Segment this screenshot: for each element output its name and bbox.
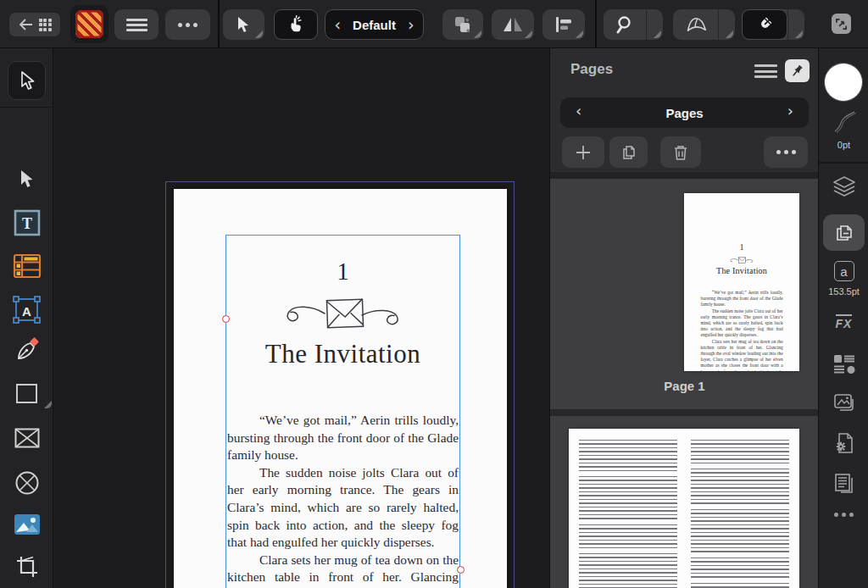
touch-finger-icon xyxy=(287,15,305,34)
add-page-button[interactable] xyxy=(562,136,604,168)
stroke-style-button[interactable] xyxy=(819,109,868,135)
table-icon xyxy=(13,253,42,279)
stock-studio-button[interactable] xyxy=(819,392,868,414)
ellipse-picture-frame-tool[interactable] xyxy=(0,470,53,496)
move-tool[interactable] xyxy=(0,169,53,189)
pen-tool[interactable] xyxy=(0,336,53,363)
layers-icon xyxy=(832,175,857,199)
fullscreen-toggle-button[interactable] xyxy=(832,14,851,34)
document-canvas[interactable]: 1 The Invitation “We’ve got mail,” Aerin… xyxy=(53,48,549,588)
paragraph: Clara sets her mug of tea down on the ki… xyxy=(227,552,459,588)
tools-toolbar: T A xyxy=(0,48,53,588)
spread-thumbnail[interactable] xyxy=(569,429,799,588)
panel-menu-button[interactable] xyxy=(754,64,777,78)
panel-chevron-right-icon[interactable]: › xyxy=(787,103,793,119)
greek-text-column xyxy=(691,440,789,588)
align-button[interactable] xyxy=(542,9,585,40)
envelope-ornament-icon xyxy=(255,295,431,334)
pin-panel-button[interactable] xyxy=(785,59,810,82)
affinity-logo-button[interactable] xyxy=(70,5,108,43)
panel-chevron-left-icon[interactable]: ‹ xyxy=(576,103,581,119)
resource-manager-studio-button[interactable] xyxy=(819,431,868,455)
effects-studio-button[interactable]: FX xyxy=(819,314,868,330)
hamburger-icon xyxy=(126,19,147,31)
ellipsis-icon xyxy=(834,513,854,517)
thumb-body-text: “We’ve got mail,” Aerin trills loudly, b… xyxy=(701,290,783,371)
flip-horizontal-icon xyxy=(502,15,524,34)
stroke-width-label: 0pt xyxy=(819,140,868,150)
character-size-label: 153.5pt xyxy=(819,286,868,297)
magnifier-icon xyxy=(615,14,636,35)
paragraph: “We’ve got mail,” Aerin trills loudly, b… xyxy=(227,412,459,464)
view-split-segment[interactable] xyxy=(718,9,735,40)
delete-page-button[interactable] xyxy=(660,136,701,168)
paragraph: The sudden noise jolts Clara out of her … xyxy=(227,464,459,552)
frame-handle-right[interactable] xyxy=(457,566,465,574)
select-tool[interactable] xyxy=(8,61,46,100)
touch-tool-button[interactable] xyxy=(274,9,318,40)
top-toolbar: ‹ Default › xyxy=(0,0,868,48)
ellipse-frame-icon xyxy=(14,470,40,496)
document-page[interactable]: 1 The Invitation “We’ve got mail,” Aerin… xyxy=(174,189,507,588)
frame-text-icon: T xyxy=(14,209,41,236)
svg-text:A: A xyxy=(22,304,31,319)
character-a-icon: a xyxy=(834,261,854,281)
pin-icon xyxy=(790,64,804,78)
affinity-publisher-app: ‹ Default › xyxy=(0,0,868,588)
zoom-tool-button[interactable] xyxy=(604,9,663,40)
pages-panel: Pages ‹ Pages › xyxy=(549,48,818,588)
greek-text-column xyxy=(579,440,677,588)
chevron-left-icon[interactable]: ‹ xyxy=(334,17,341,33)
rectangle-frame-icon xyxy=(14,428,40,448)
frame-text-tool[interactable]: T xyxy=(0,209,53,236)
thumb-ornament-icon xyxy=(724,256,760,264)
preset-selector[interactable]: ‹ Default › xyxy=(325,9,424,40)
frame-handle-left[interactable] xyxy=(222,315,230,323)
image-icon xyxy=(14,513,41,535)
pages-more-button[interactable] xyxy=(764,136,808,168)
rectangle-picture-frame-tool[interactable] xyxy=(0,428,53,448)
page1-thumbnail[interactable]: 1 The Invitation “We’ve got mail,” Aerin… xyxy=(684,193,799,371)
affinity-publisher-logo-icon xyxy=(75,10,103,38)
home-button[interactable] xyxy=(9,13,60,36)
view-mode-button[interactable] xyxy=(673,9,735,40)
character-studio-button[interactable]: a xyxy=(819,261,868,281)
selected-text-frame[interactable]: 1 The Invitation “We’ve got mail,” Aerin… xyxy=(225,235,460,588)
chevron-right-icon[interactable]: › xyxy=(408,17,415,33)
main-menu-button[interactable] xyxy=(114,9,159,40)
duplicate-page-button[interactable] xyxy=(609,136,648,168)
text-styles-studio-button[interactable] xyxy=(819,471,868,495)
crop-tool[interactable] xyxy=(0,555,53,579)
snapping-active-area[interactable] xyxy=(742,9,787,40)
layers-studio-button[interactable] xyxy=(819,175,868,199)
cursor-tool-button[interactable] xyxy=(223,9,264,40)
place-image-tool[interactable] xyxy=(0,513,53,535)
more-menu-button[interactable] xyxy=(165,9,210,40)
panel-nav-selector[interactable]: ‹ Pages › xyxy=(560,97,809,128)
thumb-chapter-title: The Invitation xyxy=(684,265,799,276)
rectangle-tool[interactable] xyxy=(0,383,53,410)
crop-icon xyxy=(15,555,39,579)
snapshot-transform-button[interactable] xyxy=(442,9,483,40)
zoom-split-segment[interactable] xyxy=(646,9,663,40)
page1-label: Page 1 xyxy=(550,379,819,393)
flip-button[interactable] xyxy=(492,9,534,40)
chapter-title: The Invitation xyxy=(226,339,459,369)
ellipsis-icon xyxy=(776,150,796,154)
artistic-text-tool[interactable]: A xyxy=(0,296,53,324)
table-tool[interactable] xyxy=(0,253,53,279)
grid-icon xyxy=(39,19,52,31)
plus-icon xyxy=(575,144,592,161)
pages-studio-button[interactable] xyxy=(823,214,865,251)
rectangle-icon xyxy=(15,383,38,404)
back-arrow-icon xyxy=(19,19,33,31)
tools-separator xyxy=(0,107,53,108)
paragraph-studio-button[interactable] xyxy=(819,352,868,377)
snapping-button[interactable] xyxy=(742,9,804,40)
select-cursor-icon xyxy=(19,70,36,91)
align-icon xyxy=(554,16,573,33)
studio-more-button[interactable] xyxy=(819,513,868,517)
snapping-split-segment[interactable] xyxy=(787,9,804,40)
text-styles-icon xyxy=(832,471,856,495)
fill-color-swatch[interactable] xyxy=(825,64,862,101)
